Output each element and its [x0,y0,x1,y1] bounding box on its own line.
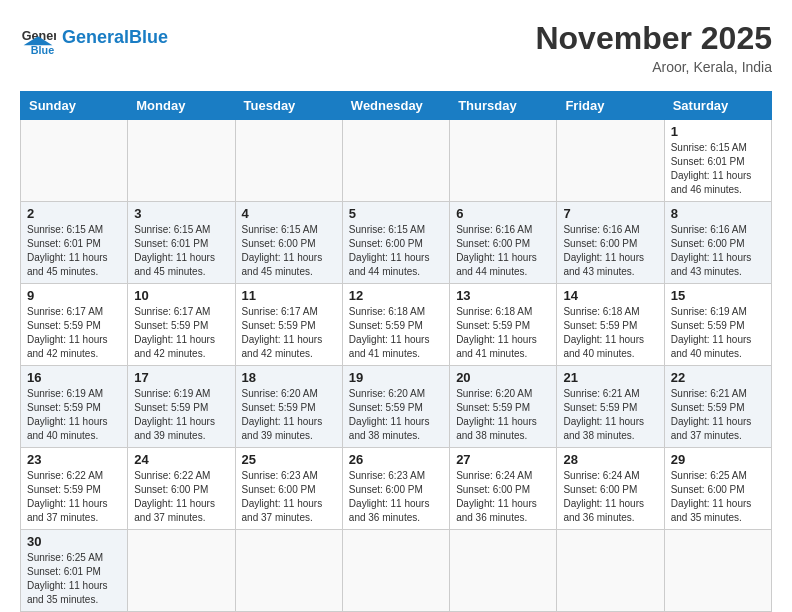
day-info: Sunrise: 6:24 AM Sunset: 6:00 PM Dayligh… [563,469,657,525]
calendar-cell: 9Sunrise: 6:17 AM Sunset: 5:59 PM Daylig… [21,284,128,366]
calendar-cell: 8Sunrise: 6:16 AM Sunset: 6:00 PM Daylig… [664,202,771,284]
calendar-cell: 20Sunrise: 6:20 AM Sunset: 5:59 PM Dayli… [450,366,557,448]
calendar-cell: 22Sunrise: 6:21 AM Sunset: 5:59 PM Dayli… [664,366,771,448]
calendar-week-1: 2Sunrise: 6:15 AM Sunset: 6:01 PM Daylig… [21,202,772,284]
day-number: 29 [671,452,765,467]
logo-icon: General Blue [20,20,56,56]
calendar-cell: 27Sunrise: 6:24 AM Sunset: 6:00 PM Dayli… [450,448,557,530]
calendar-cell: 24Sunrise: 6:22 AM Sunset: 6:00 PM Dayli… [128,448,235,530]
day-header-row: SundayMondayTuesdayWednesdayThursdayFrid… [21,92,772,120]
day-info: Sunrise: 6:15 AM Sunset: 6:01 PM Dayligh… [27,223,121,279]
day-info: Sunrise: 6:19 AM Sunset: 5:59 PM Dayligh… [27,387,121,443]
calendar-cell: 21Sunrise: 6:21 AM Sunset: 5:59 PM Dayli… [557,366,664,448]
day-number: 17 [134,370,228,385]
day-info: Sunrise: 6:16 AM Sunset: 6:00 PM Dayligh… [456,223,550,279]
month-title: November 2025 [535,20,772,57]
day-number: 16 [27,370,121,385]
day-info: Sunrise: 6:20 AM Sunset: 5:59 PM Dayligh… [456,387,550,443]
calendar-week-0: 1Sunrise: 6:15 AM Sunset: 6:01 PM Daylig… [21,120,772,202]
day-number: 12 [349,288,443,303]
day-number: 21 [563,370,657,385]
calendar-cell [342,120,449,202]
calendar-cell [128,530,235,612]
day-number: 4 [242,206,336,221]
day-info: Sunrise: 6:19 AM Sunset: 5:59 PM Dayligh… [134,387,228,443]
day-info: Sunrise: 6:24 AM Sunset: 6:00 PM Dayligh… [456,469,550,525]
calendar-header: SundayMondayTuesdayWednesdayThursdayFrid… [21,92,772,120]
calendar-cell [21,120,128,202]
calendar-week-3: 16Sunrise: 6:19 AM Sunset: 5:59 PM Dayli… [21,366,772,448]
logo-blue-text: Blue [129,27,168,47]
calendar-table: SundayMondayTuesdayWednesdayThursdayFrid… [20,91,772,612]
day-info: Sunrise: 6:23 AM Sunset: 6:00 PM Dayligh… [242,469,336,525]
day-info: Sunrise: 6:16 AM Sunset: 6:00 PM Dayligh… [671,223,765,279]
calendar-week-5: 30Sunrise: 6:25 AM Sunset: 6:01 PM Dayli… [21,530,772,612]
calendar-cell [557,120,664,202]
day-number: 23 [27,452,121,467]
calendar-cell [235,530,342,612]
location: Aroor, Kerala, India [535,59,772,75]
logo: General Blue GeneralBlue [20,20,168,56]
title-block: November 2025 Aroor, Kerala, India [535,20,772,75]
day-info: Sunrise: 6:15 AM Sunset: 6:00 PM Dayligh… [242,223,336,279]
day-header-saturday: Saturday [664,92,771,120]
day-number: 9 [27,288,121,303]
day-info: Sunrise: 6:22 AM Sunset: 5:59 PM Dayligh… [27,469,121,525]
day-number: 25 [242,452,336,467]
day-info: Sunrise: 6:20 AM Sunset: 5:59 PM Dayligh… [242,387,336,443]
calendar-cell: 25Sunrise: 6:23 AM Sunset: 6:00 PM Dayli… [235,448,342,530]
calendar-cell: 7Sunrise: 6:16 AM Sunset: 6:00 PM Daylig… [557,202,664,284]
day-header-friday: Friday [557,92,664,120]
day-number: 27 [456,452,550,467]
calendar-cell: 14Sunrise: 6:18 AM Sunset: 5:59 PM Dayli… [557,284,664,366]
day-info: Sunrise: 6:25 AM Sunset: 6:00 PM Dayligh… [671,469,765,525]
day-number: 15 [671,288,765,303]
calendar-cell: 26Sunrise: 6:23 AM Sunset: 6:00 PM Dayli… [342,448,449,530]
day-info: Sunrise: 6:18 AM Sunset: 5:59 PM Dayligh… [456,305,550,361]
day-number: 14 [563,288,657,303]
calendar-cell: 12Sunrise: 6:18 AM Sunset: 5:59 PM Dayli… [342,284,449,366]
day-header-sunday: Sunday [21,92,128,120]
day-info: Sunrise: 6:18 AM Sunset: 5:59 PM Dayligh… [349,305,443,361]
calendar-cell [128,120,235,202]
day-info: Sunrise: 6:19 AM Sunset: 5:59 PM Dayligh… [671,305,765,361]
day-header-wednesday: Wednesday [342,92,449,120]
day-number: 30 [27,534,121,549]
calendar-cell: 17Sunrise: 6:19 AM Sunset: 5:59 PM Dayli… [128,366,235,448]
day-info: Sunrise: 6:15 AM Sunset: 6:01 PM Dayligh… [671,141,765,197]
calendar-cell: 30Sunrise: 6:25 AM Sunset: 6:01 PM Dayli… [21,530,128,612]
calendar-cell: 2Sunrise: 6:15 AM Sunset: 6:01 PM Daylig… [21,202,128,284]
calendar-cell: 4Sunrise: 6:15 AM Sunset: 6:00 PM Daylig… [235,202,342,284]
calendar-week-2: 9Sunrise: 6:17 AM Sunset: 5:59 PM Daylig… [21,284,772,366]
day-info: Sunrise: 6:15 AM Sunset: 6:00 PM Dayligh… [349,223,443,279]
calendar-cell: 28Sunrise: 6:24 AM Sunset: 6:00 PM Dayli… [557,448,664,530]
day-number: 28 [563,452,657,467]
calendar-body: 1Sunrise: 6:15 AM Sunset: 6:01 PM Daylig… [21,120,772,612]
day-number: 13 [456,288,550,303]
day-number: 11 [242,288,336,303]
day-number: 10 [134,288,228,303]
day-info: Sunrise: 6:22 AM Sunset: 6:00 PM Dayligh… [134,469,228,525]
day-info: Sunrise: 6:25 AM Sunset: 6:01 PM Dayligh… [27,551,121,607]
logo-general-text: General [62,27,129,47]
calendar-cell: 3Sunrise: 6:15 AM Sunset: 6:01 PM Daylig… [128,202,235,284]
calendar-cell: 16Sunrise: 6:19 AM Sunset: 5:59 PM Dayli… [21,366,128,448]
calendar-cell [450,120,557,202]
day-number: 24 [134,452,228,467]
calendar-cell [557,530,664,612]
calendar-cell: 1Sunrise: 6:15 AM Sunset: 6:01 PM Daylig… [664,120,771,202]
calendar-cell: 11Sunrise: 6:17 AM Sunset: 5:59 PM Dayli… [235,284,342,366]
day-number: 8 [671,206,765,221]
svg-text:Blue: Blue [31,44,54,56]
calendar-week-4: 23Sunrise: 6:22 AM Sunset: 5:59 PM Dayli… [21,448,772,530]
calendar-cell [450,530,557,612]
day-info: Sunrise: 6:17 AM Sunset: 5:59 PM Dayligh… [242,305,336,361]
day-number: 5 [349,206,443,221]
day-number: 7 [563,206,657,221]
calendar-cell: 15Sunrise: 6:19 AM Sunset: 5:59 PM Dayli… [664,284,771,366]
day-number: 1 [671,124,765,139]
day-number: 19 [349,370,443,385]
calendar-cell: 5Sunrise: 6:15 AM Sunset: 6:00 PM Daylig… [342,202,449,284]
calendar-cell [342,530,449,612]
calendar-cell: 23Sunrise: 6:22 AM Sunset: 5:59 PM Dayli… [21,448,128,530]
